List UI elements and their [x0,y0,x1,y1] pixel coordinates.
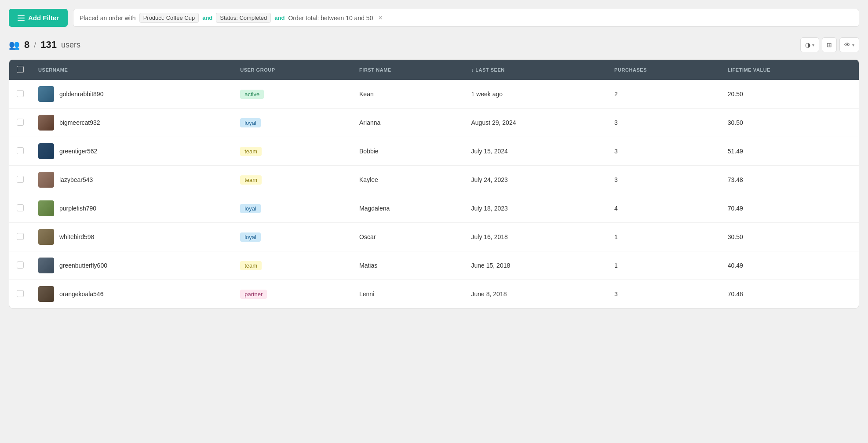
grid-view-button[interactable]: ⊞ [822,37,837,52]
avatar-img [38,86,54,102]
row-usergroup-cell: loyal [233,223,352,251]
avatar [38,258,54,273]
grid-icon: ⊞ [827,41,832,48]
table-body: goldenrabbit890 active Kean 1 week ago 2… [9,80,859,308]
avatar [38,286,54,302]
row-checkbox-cell [9,194,31,223]
filter-clear-button[interactable]: × [376,15,384,22]
row-lifetimevalue-cell: 30.50 [721,109,859,137]
row-checkbox[interactable] [17,290,24,297]
row-checkbox-cell [9,166,31,194]
row-lifetimevalue-cell: 70.49 [721,194,859,223]
col-lifetimevalue: LIFETIME VALUE [721,60,859,80]
username-text: lazybear543 [59,176,93,183]
row-purchases-cell: 4 [607,194,721,223]
user-count-separator: / [34,40,36,50]
usergroup-badge: partner [240,290,267,299]
row-firstname-cell: Arianna [352,109,464,137]
filter-bar: Placed an order with Product: Coffee Cup… [73,9,859,27]
username-text: bigmeercat932 [59,119,100,126]
row-checkbox[interactable] [17,261,24,269]
filter-and-2: and [274,15,284,21]
row-firstname-cell: Bobbie [352,137,464,166]
row-username-cell: greentiger562 [31,137,233,166]
avatar [38,86,54,102]
row-purchases-cell: 3 [607,280,721,309]
avatar-img [38,143,54,159]
table-row: goldenrabbit890 active Kean 1 week ago 2… [9,80,859,109]
row-usergroup-cell: team [233,166,352,194]
row-purchases-cell: 1 [607,223,721,251]
col-checkbox [9,60,31,80]
row-checkbox[interactable] [17,176,24,183]
row-purchases-cell: 3 [607,109,721,137]
usergroup-badge: loyal [240,204,261,213]
row-usergroup-cell: loyal [233,109,352,137]
eye-icon: 👁 [844,41,850,48]
row-lifetimevalue-cell: 73.48 [721,166,859,194]
row-lastseen-cell: July 16, 2018 [464,223,608,251]
user-count-label: users [61,40,80,50]
row-username-cell: goldenrabbit890 [31,80,233,109]
row-lastseen-cell: June 15, 2018 [464,251,608,280]
chart-chevron-icon: ▾ [812,43,814,47]
row-lastseen-cell: June 8, 2018 [464,280,608,309]
row-username-cell: whitebird598 [31,223,233,251]
users-table: USERNAME USER GROUP FIRST NAME ↓ LAST SE… [9,60,859,308]
avatar-img [38,200,54,216]
col-purchases: PURCHASES [607,60,721,80]
col-usergroup: USER GROUP [233,60,352,80]
row-lastseen-cell: July 15, 2024 [464,137,608,166]
row-firstname-cell: Oscar [352,223,464,251]
usergroup-badge: loyal [240,232,261,242]
row-username-cell: greenbutterfly600 [31,251,233,280]
table-row: orangekoala546 partner Lenni June 8, 201… [9,280,859,309]
user-count-current: 8 [24,39,29,51]
toolbar-right: ◑ ▾ ⊞ 👁 ▾ [800,37,859,52]
row-checkbox-cell [9,251,31,280]
filter-tag-status[interactable]: Status: Completed [216,13,271,23]
chart-icon: ◑ [805,41,810,48]
row-lifetimevalue-cell: 51.49 [721,137,859,166]
row-firstname-cell: Kean [352,80,464,109]
add-filter-label: Add Filter [28,14,59,22]
avatar-img [38,229,54,245]
avatar [38,200,54,216]
row-lifetimevalue-cell: 40.49 [721,251,859,280]
add-filter-button[interactable]: Add Filter [9,9,68,27]
row-checkbox[interactable] [17,119,24,126]
row-purchases-cell: 2 [607,80,721,109]
table-row: purplefish790 loyal Magdalena July 18, 2… [9,194,859,223]
filter-tag-product[interactable]: Product: Coffee Cup [139,13,199,23]
filter-icon [18,15,25,21]
table-row: lazybear543 team Kaylee July 24, 2023 3 … [9,166,859,194]
row-firstname-cell: Lenni [352,280,464,309]
row-lastseen-cell: July 18, 2023 [464,194,608,223]
chart-view-button[interactable]: ◑ ▾ [800,37,819,52]
row-checkbox[interactable] [17,147,24,154]
username-text: whitebird598 [59,233,94,240]
row-username-cell: lazybear543 [31,166,233,194]
table-row: greentiger562 team Bobbie July 15, 2024 … [9,137,859,166]
row-checkbox[interactable] [17,90,24,97]
avatar [38,172,54,188]
usergroup-badge: team [240,175,262,185]
table-row: greenbutterfly600 team Matias June 15, 2… [9,251,859,280]
row-checkbox[interactable] [17,204,24,211]
table-row: bigmeercat932 loyal Arianna August 29, 2… [9,109,859,137]
select-all-checkbox[interactable] [17,66,24,73]
row-checkbox[interactable] [17,233,24,240]
eye-view-button[interactable]: 👁 ▾ [839,37,859,52]
row-username-cell: purplefish790 [31,194,233,223]
avatar-img [38,258,54,273]
users-icon: 👥 [9,40,20,50]
eye-chevron-icon: ▾ [852,43,854,47]
avatar [38,143,54,159]
avatar-img [38,115,54,131]
row-lastseen-cell: July 24, 2023 [464,166,608,194]
usergroup-badge: team [240,147,262,156]
col-lastseen[interactable]: ↓ LAST SEEN [464,60,608,80]
row-purchases-cell: 3 [607,166,721,194]
row-username-cell: orangekoala546 [31,280,233,309]
col-username: USERNAME [31,60,233,80]
